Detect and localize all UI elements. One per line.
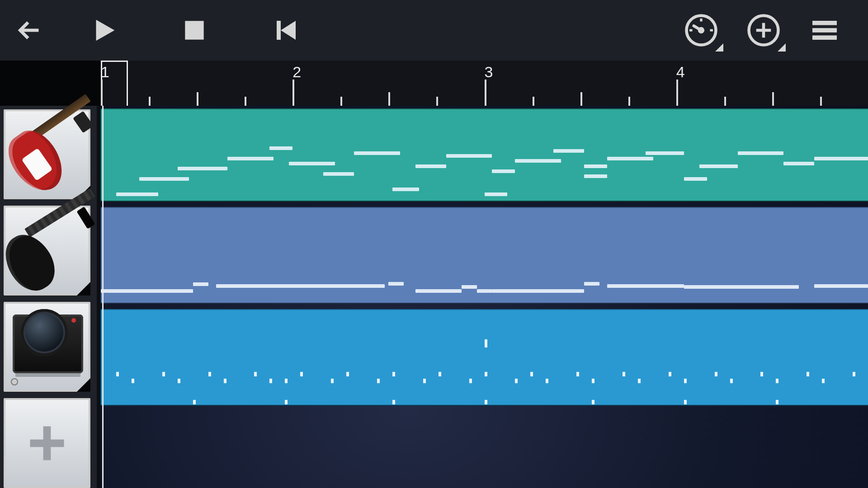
clip-electric-guitar[interactable] bbox=[101, 108, 868, 202]
midi-note bbox=[738, 151, 784, 155]
midi-note bbox=[216, 284, 385, 288]
midi-note bbox=[415, 289, 462, 293]
drum-hit bbox=[208, 372, 211, 376]
clip-drum-machine[interactable] bbox=[101, 309, 868, 406]
drum-hit bbox=[392, 400, 395, 404]
midi-note bbox=[515, 159, 561, 163]
midi-note bbox=[607, 157, 653, 160]
add-track-button[interactable] bbox=[4, 398, 90, 488]
drum-hit bbox=[760, 372, 763, 376]
track-header-bass-guitar[interactable] bbox=[4, 206, 90, 296]
midi-note bbox=[646, 151, 684, 155]
midi-note bbox=[446, 154, 492, 158]
play-button[interactable] bbox=[59, 14, 149, 46]
midi-note bbox=[354, 151, 400, 155]
midi-note bbox=[584, 164, 607, 168]
play-icon bbox=[88, 14, 120, 46]
drum-hit bbox=[530, 372, 533, 376]
drum-hit bbox=[392, 372, 395, 376]
svg-rect-4 bbox=[812, 21, 837, 25]
midi-note bbox=[193, 282, 208, 286]
drum-hit bbox=[638, 379, 641, 383]
midi-note bbox=[323, 172, 354, 176]
svg-rect-6 bbox=[812, 35, 837, 40]
drum-hit bbox=[730, 379, 733, 383]
drum-hit bbox=[515, 379, 518, 383]
tempo-button[interactable] bbox=[684, 13, 719, 48]
drum-hit bbox=[592, 400, 594, 404]
drum-hit bbox=[178, 379, 180, 383]
midi-note bbox=[269, 146, 292, 150]
toolbar-right bbox=[684, 13, 868, 48]
midi-note bbox=[783, 162, 814, 165]
ruler-bar-label: 2 bbox=[292, 63, 301, 81]
track-header-electric-guitar[interactable] bbox=[4, 109, 90, 199]
drum-hit bbox=[269, 379, 272, 383]
clip-area[interactable] bbox=[101, 106, 868, 488]
midi-note bbox=[415, 164, 446, 168]
midi-note bbox=[477, 289, 492, 293]
drum-hit bbox=[807, 372, 809, 376]
drum-hit bbox=[776, 379, 778, 383]
arrangement-view bbox=[0, 106, 868, 488]
menu-button[interactable] bbox=[808, 14, 841, 47]
drum-hit bbox=[776, 400, 778, 404]
drum-hit bbox=[224, 379, 226, 383]
midi-note bbox=[485, 192, 508, 196]
drum-hit bbox=[331, 379, 334, 383]
drum-hit bbox=[377, 379, 380, 383]
sidebar-gutter bbox=[97, 106, 101, 488]
back-button[interactable] bbox=[0, 14, 59, 46]
midi-note bbox=[814, 157, 868, 160]
hamburger-icon bbox=[808, 14, 841, 47]
drum-hit bbox=[423, 379, 426, 383]
midi-note bbox=[814, 284, 868, 288]
midi-note bbox=[607, 284, 684, 288]
clip-bass-guitar[interactable] bbox=[101, 207, 868, 304]
ruler-bar-label: 4 bbox=[676, 63, 685, 81]
drum-hit bbox=[715, 372, 717, 376]
gauge-icon bbox=[684, 13, 719, 48]
drum-hit bbox=[684, 400, 687, 404]
timeline-ruler[interactable]: 1234 bbox=[0, 61, 868, 106]
drum-hit bbox=[592, 379, 594, 383]
drum-hit bbox=[853, 372, 855, 376]
midi-note bbox=[584, 282, 599, 286]
arrow-left-icon bbox=[14, 14, 45, 46]
midi-note bbox=[462, 285, 477, 289]
stop-icon bbox=[180, 16, 208, 44]
svg-rect-5 bbox=[812, 28, 837, 33]
drum-hit bbox=[300, 372, 303, 376]
ruler-bar-label: 3 bbox=[485, 63, 493, 81]
drum-hit bbox=[162, 372, 165, 376]
midi-note bbox=[139, 177, 189, 181]
drum-hit bbox=[193, 400, 196, 404]
ruler-bar-label: 1 bbox=[101, 63, 109, 81]
drum-hit bbox=[485, 372, 487, 376]
midi-note bbox=[178, 167, 227, 170]
drum-hit bbox=[485, 400, 487, 404]
midi-note bbox=[492, 169, 515, 173]
stop-button[interactable] bbox=[149, 16, 240, 44]
midi-note bbox=[289, 162, 335, 165]
plus-circle-icon bbox=[746, 13, 781, 48]
midi-note bbox=[699, 164, 738, 168]
drum-hit bbox=[254, 372, 257, 376]
svg-rect-0 bbox=[185, 21, 203, 39]
drum-hit bbox=[684, 379, 687, 383]
midi-note bbox=[584, 174, 607, 178]
track-header-drum-machine[interactable] bbox=[4, 302, 90, 392]
midi-note bbox=[553, 149, 584, 153]
midi-note bbox=[388, 282, 404, 286]
track-sidebar bbox=[0, 106, 97, 488]
drum-hit bbox=[546, 379, 548, 383]
drum-hit bbox=[576, 372, 579, 376]
midi-note bbox=[101, 289, 193, 293]
drum-hit bbox=[669, 372, 671, 376]
add-button[interactable] bbox=[746, 13, 781, 48]
drum-hit bbox=[132, 379, 134, 383]
drum-hit bbox=[346, 372, 349, 376]
midi-note bbox=[492, 289, 584, 293]
go-to-start-button[interactable] bbox=[240, 14, 330, 47]
transport-controls bbox=[0, 14, 330, 47]
